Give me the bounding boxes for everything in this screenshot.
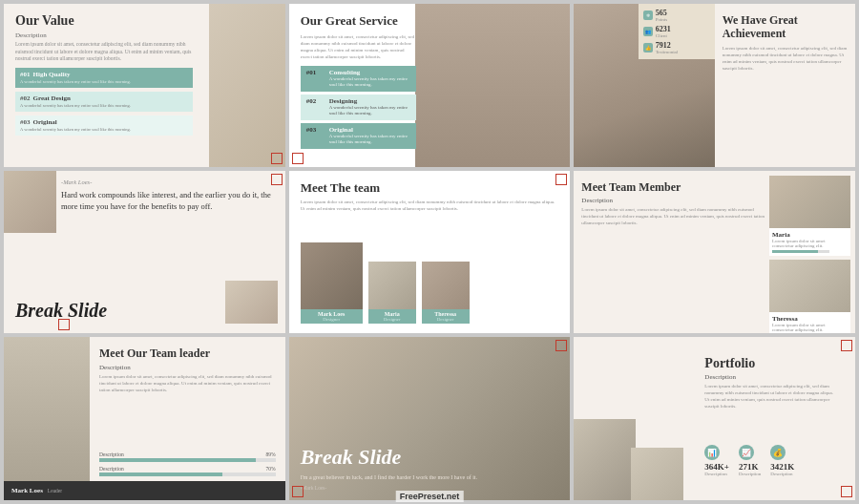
slide-7-image xyxy=(4,337,90,500)
team-member-photo xyxy=(422,262,470,309)
slide-5-title: Meet The team xyxy=(301,180,559,196)
quote-text: Hard work compounds like interest, and t… xyxy=(61,189,278,214)
slide-meet-team: Meet The team Lorem ipsum dolor sit amet… xyxy=(289,171,571,334)
stat-value-3: 3421K xyxy=(770,462,794,472)
team-member-main: Mark Loes Designer xyxy=(301,242,363,324)
slide-1-items: #01 High Quality A wonderful serenity ha… xyxy=(15,68,193,136)
service-num: #02 xyxy=(306,97,325,105)
progress-bg-1 xyxy=(99,458,276,462)
slide-portfolio: Portfolio Description Lorem ipsum dolor … xyxy=(574,337,855,500)
chart-icon: 📊 xyxy=(704,445,720,460)
red-corner-box xyxy=(555,174,567,185)
stat-label-1: Description xyxy=(704,472,729,476)
stat-value-2: 271K xyxy=(739,462,761,472)
team-photos: Mark Loes Designer Maria Designer Theres… xyxy=(301,242,559,324)
achievement-content: We Have Great Achievement Lorem ipsum do… xyxy=(715,4,855,167)
item-desc: A wonderful serenity has taken my entire… xyxy=(20,79,188,85)
member-profiles: Maria Lorem ipsum dolor sit amet consect… xyxy=(765,171,855,334)
slide-2-content: Our Great Service Lorem ipsum dolor sit … xyxy=(301,13,417,149)
member-profile-1: Maria Lorem ipsum dolor sit amet consect… xyxy=(769,176,850,256)
progress-fill-1 xyxy=(99,458,256,462)
progress-label-2: Description xyxy=(99,466,124,472)
slide-7-title: Meet Our Team leader xyxy=(99,346,276,360)
portfolio-title: Portfolio xyxy=(704,356,834,371)
slide-our-great-service: Our Great Service Lorem ipsum dolor sit … xyxy=(289,4,571,167)
red-corner-box xyxy=(58,319,70,330)
member-role: Designer xyxy=(304,317,359,322)
item-desc: A wonderful serenity has taken my entire… xyxy=(20,127,188,133)
portfolio-desc-label: Description xyxy=(704,373,834,381)
slide-3-image: ❄ 565 Points 👥 6231 Client 👍 xyxy=(574,4,714,167)
progress-label-1: Description xyxy=(99,452,124,457)
team-member-2: Maria Designer xyxy=(368,262,416,324)
slide-6-desc-label: Description xyxy=(581,197,769,204)
stat-value: 565 xyxy=(656,9,668,17)
team-member-main-photo xyxy=(301,242,363,309)
progress-fill-2 xyxy=(99,472,222,476)
member-photo-1 xyxy=(769,176,850,228)
slide-2-desc-text: Lorem ipsum dolor sit amet, consectetur … xyxy=(301,33,417,60)
stat-item: 👍 7912 Testimonial xyxy=(643,41,710,54)
portfolio-stats: 📊 364K+ Description 📈 271K Description 💰… xyxy=(704,445,834,481)
service-num: #01 xyxy=(306,69,325,76)
list-item: #01 Consulting A wonderful serenity has … xyxy=(301,66,417,92)
slide-1-desc-label: Description xyxy=(15,32,193,39)
service-list: #01 Consulting A wonderful serenity has … xyxy=(301,66,417,149)
slide-1-desc-text: Lorem ipsum dolor sit amet, consectetur … xyxy=(15,41,193,63)
service-num: #03 xyxy=(306,126,325,134)
stat-label-3: Description xyxy=(770,472,794,476)
slide-4-image-top xyxy=(4,171,56,233)
slide-2-image xyxy=(415,4,570,167)
stat-label-2: Description xyxy=(739,472,761,476)
quote-author-label: -Mark Loes- xyxy=(61,178,278,185)
red-corner-box xyxy=(292,153,304,164)
progress-item-1: Description 89% xyxy=(99,452,276,462)
portfolio-stat-2: 📈 271K Description xyxy=(739,445,761,476)
stat-value: 7912 xyxy=(656,41,679,50)
service-label: Original xyxy=(329,126,411,134)
slide-our-value: Our Value Description Lorem ipsum dolor … xyxy=(4,4,285,167)
stat-label: Client xyxy=(656,33,671,38)
red-corner-box xyxy=(271,153,283,164)
slide-7-desc-text: Lorem ipsum dolor sit amet, consectetur … xyxy=(99,373,276,393)
progress-fill-1 xyxy=(772,250,818,253)
achievement-title: We Have Great Achievement xyxy=(723,13,848,41)
item-label: Original xyxy=(33,118,57,126)
break-title-2: Break Slide xyxy=(301,445,559,470)
portfolio-desc-text: Lorem ipsum dolor sit amet, consectetur … xyxy=(704,383,834,410)
list-item: #03 Original A wonderful serenity has ta… xyxy=(301,123,417,149)
snowflake-icon: ❄ xyxy=(643,10,653,20)
stat-label: Testimonial xyxy=(656,50,679,54)
team-member-3: Theressa Designer xyxy=(422,262,470,324)
stat-label: Points xyxy=(656,17,668,22)
item-label: High Quality xyxy=(33,71,71,78)
leader-name: Mark Loes xyxy=(11,487,43,494)
portfolio-stat-1: 📊 364K+ Description xyxy=(704,445,729,476)
progress-value-1: 89% xyxy=(266,452,276,457)
slide-team-leader: Meet Our Team leader Description Lorem i… xyxy=(4,337,285,500)
stats-overlay: ❄ 565 Points 👥 6231 Client 👍 xyxy=(639,4,715,59)
service-label: Designing xyxy=(329,97,411,105)
list-item: #01 High Quality A wonderful serenity ha… xyxy=(15,68,193,88)
team-member-photo xyxy=(368,262,416,309)
member-photo-2 xyxy=(769,260,850,312)
thumbs-up-icon: 👍 xyxy=(643,43,653,52)
trending-icon: 📈 xyxy=(739,445,754,460)
slide-break-1: -Mark Loes- Hard work compounds like int… xyxy=(4,171,285,334)
item-label: Great Design xyxy=(33,94,71,102)
progress-list: Description 89% Description 70% xyxy=(99,452,276,476)
slide-5-desc-text: Lorem ipsum dolor sit amet, consectetur … xyxy=(301,199,559,212)
list-item: #03 Original A wonderful serenity has ta… xyxy=(15,116,193,136)
leader-role: Leader xyxy=(48,488,62,494)
portfolio-stat-3: 💰 3421K Description xyxy=(770,445,794,476)
achievement-desc: Lorem ipsum dolor sit amet, consectetur … xyxy=(723,45,848,72)
slide-break-2: Break Slide I'm a great believer in luck… xyxy=(289,337,571,500)
slide-meet-team-member: Meet Team Member Description Lorem ipsum… xyxy=(574,171,855,334)
progress-item-2: Description 70% xyxy=(99,466,276,476)
progress-bg-1 xyxy=(772,250,829,253)
member-name-1: Maria xyxy=(772,231,848,239)
slide-4-image-bottom xyxy=(225,281,278,324)
slide-achievement: ❄ 565 Points 👥 6231 Client 👍 xyxy=(574,4,855,167)
stat-item: ❄ 565 Points xyxy=(643,9,710,22)
service-desc: A wonderful serenity has taken my entire… xyxy=(329,76,411,89)
